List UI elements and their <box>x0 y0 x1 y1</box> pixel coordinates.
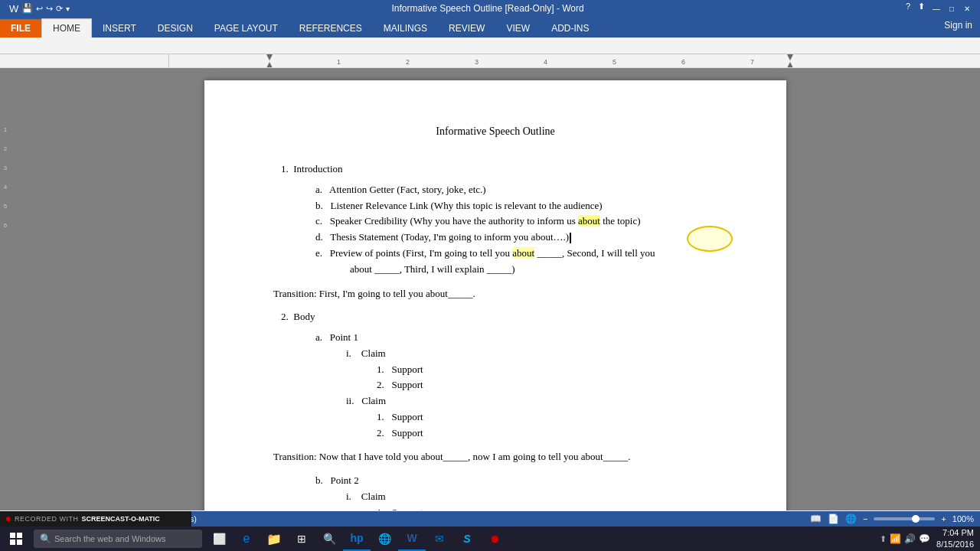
refresh-icon-qa[interactable]: ⟳ <box>56 4 63 14</box>
zoom-slider[interactable] <box>874 517 935 520</box>
claim-i-1: i. Claim <box>346 346 717 362</box>
support-1-1: 1. Support <box>377 362 717 378</box>
transition-2: Transition: Now that I have told you abo… <box>273 448 717 465</box>
point2-header: b. Point 2 <box>315 473 717 489</box>
zoom-in-btn[interactable]: + <box>941 514 946 523</box>
outline-section-body: 2. Body a. Point 1 i. Claim 1. Support 2… <box>273 309 717 441</box>
tab-mailings[interactable]: MAILINGS <box>373 19 438 37</box>
tab-pagelayout[interactable]: PAGE LAYOUT <box>204 19 289 37</box>
svg-rect-16 <box>17 540 22 545</box>
svg-rect-14 <box>17 533 22 538</box>
taskview-icon[interactable]: ⬆ <box>880 534 887 544</box>
taskbar-skype[interactable]: S <box>453 527 481 551</box>
status-right: 📖 📄 🌐 − + 100% <box>810 514 974 524</box>
network-icon[interactable]: 📶 <box>890 533 901 544</box>
svg-text:6: 6 <box>681 58 685 66</box>
search-placeholder: Search the web and Windows <box>54 534 166 543</box>
save-icon-qa[interactable]: 💾 <box>21 3 33 14</box>
support-3-1: 1. Support <box>377 505 717 510</box>
tab-design[interactable]: DESIGN <box>147 19 204 37</box>
taskbar-search[interactable]: 🔍 Search the web and Windows <box>34 530 202 548</box>
view-read-icon[interactable]: 📖 <box>810 514 822 524</box>
body-header: 2. Body <box>281 309 717 325</box>
help-icon[interactable]: ? <box>906 2 910 15</box>
zoom-level: 100% <box>952 514 974 523</box>
taskbar-chrome[interactable]: 🌐 <box>371 527 398 551</box>
redo-icon-qa[interactable]: ↪ <box>46 4 53 14</box>
taskbar-mail[interactable]: ✉ <box>426 527 453 551</box>
svg-text:7: 7 <box>750 58 754 66</box>
svg-text:3: 3 <box>475 58 479 66</box>
time-display: 7:04 PM <box>936 527 974 539</box>
tab-references[interactable]: REFERENCES <box>289 19 373 37</box>
taskbar-media[interactable]: ⏺ <box>481 527 508 551</box>
highlight-circle-d <box>687 226 733 252</box>
sign-in-btn[interactable]: Sign in <box>944 20 972 31</box>
word-icon: W <box>9 3 18 15</box>
svg-rect-13 <box>10 533 15 538</box>
start-button[interactable] <box>0 527 32 551</box>
taskbar-left: 🔍 Search the web and Windows ⬜ e 📁 ⊞ 🔍 h… <box>0 527 508 551</box>
item-a: a. Attention Getter (Fact, story, joke, … <box>315 182 717 198</box>
claim-ii-1: ii. Claim <box>346 393 717 409</box>
support-1-2: 2. Support <box>377 377 717 393</box>
recorded-with-text: RECORDED WITH <box>15 515 79 523</box>
transition-1: Transition: First, I'm going to tell you… <box>273 285 717 302</box>
svg-rect-15 <box>10 540 15 545</box>
claim-i-2: i. Claim <box>346 489 717 505</box>
view-web-icon[interactable]: 🌐 <box>845 514 857 524</box>
outline-section-point2: b. Point 2 i. Claim 1. Support 2. Suppor… <box>273 473 717 510</box>
support-2-2: 2. Support <box>377 425 717 442</box>
intro-number: 1. <box>281 163 293 174</box>
item-e-cont: about _____, Third, I will explain _____… <box>350 262 717 278</box>
title-bar: W 💾 ↩ ↪ ⟳ ▾ Informative Speech Outline [… <box>0 0 980 17</box>
point1-header: a. Point 1 <box>315 330 717 346</box>
ribbon-collapse-btn[interactable]: ⬆ <box>918 2 925 15</box>
window-title: Informative Speech Outline [Read-Only] -… <box>70 3 906 14</box>
date-display: 8/15/2016 <box>936 539 974 550</box>
ribbon-tabs-row: FILE HOME INSERT DESIGN PAGE LAYOUT REFE… <box>0 17 980 37</box>
maximize-btn[interactable]: □ <box>945 2 959 15</box>
close-btn[interactable]: ✕ <box>960 2 974 15</box>
tab-insert[interactable]: INSERT <box>92 19 147 37</box>
taskbar-search-app[interactable]: 🔍 <box>315 527 343 551</box>
tab-home[interactable]: HOME <box>41 18 92 37</box>
intro-label: Introduction <box>293 163 342 174</box>
page-container: Informative Speech Outline 1. Introducti… <box>11 68 980 510</box>
task-view-btn[interactable]: ⬜ <box>205 527 233 551</box>
record-icon: ⏺ <box>5 515 11 523</box>
document-title: Informative Speech Outline <box>273 122 717 140</box>
ribbon-content <box>0 37 980 54</box>
tab-review[interactable]: REVIEW <box>438 19 495 37</box>
taskbar-right: ⬆ 📶 🔊 💬 7:04 PM 8/15/2016 <box>880 527 980 551</box>
notification-icon[interactable]: 💬 <box>919 533 930 544</box>
svg-text:5: 5 <box>612 58 616 66</box>
svg-text:2: 2 <box>406 58 410 66</box>
item-c: c. Speaker Credibility (Why you have the… <box>315 214 717 230</box>
outline-section-intro: 1. Introduction a. Attention Getter (Fac… <box>273 161 717 278</box>
item-d: d. Thesis Statement (Today, I'm going to… <box>315 230 717 246</box>
volume-icon[interactable]: 🔊 <box>904 533 916 544</box>
svg-text:1: 1 <box>337 58 341 66</box>
undo-icon-qa[interactable]: ↩ <box>36 4 43 14</box>
file-tab[interactable]: FILE <box>0 19 41 37</box>
screencast-bar: ⏺ RECORDED WITH SCREENCAST-O-MATIC <box>0 511 191 527</box>
tab-view[interactable]: VIEW <box>495 19 541 37</box>
taskbar-hp[interactable]: hp <box>343 527 371 551</box>
item-b: b. Listener Relevance Link (Why this top… <box>315 198 717 214</box>
ruler-svg: 1 2 3 4 5 6 7 <box>168 54 858 68</box>
taskbar-word[interactable]: W <box>398 527 426 551</box>
document-area: 1 2 3 4 5 6 Informative Speech Outline 1… <box>0 68 980 510</box>
item-e: e. Preview of points (First, I'm going t… <box>315 246 717 262</box>
taskbar: 🔍 Search the web and Windows ⬜ e 📁 ⊞ 🔍 h… <box>0 527 980 551</box>
zoom-out-btn[interactable]: − <box>863 514 867 523</box>
taskbar-edge[interactable]: e <box>233 527 260 551</box>
taskbar-explorer[interactable]: 📁 <box>260 527 288 551</box>
text-cursor <box>570 233 571 243</box>
minimize-btn[interactable]: — <box>929 2 943 15</box>
intro-header: 1. Introduction <box>281 161 717 178</box>
taskbar-store[interactable]: ⊞ <box>288 527 315 551</box>
view-print-icon[interactable]: 📄 <box>828 514 839 524</box>
zoom-thumb <box>912 515 920 523</box>
tab-addins[interactable]: ADD-INS <box>541 19 599 37</box>
